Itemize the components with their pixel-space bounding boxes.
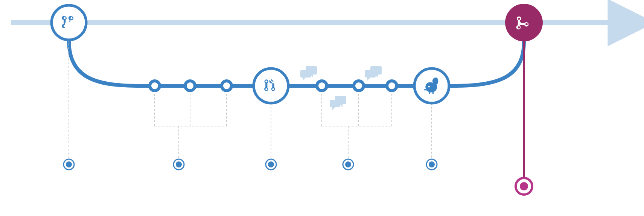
svg-rect-5 <box>335 96 346 104</box>
commit-dot <box>150 81 160 91</box>
comment-icon <box>330 96 346 110</box>
commit-dot <box>317 81 327 91</box>
step-indicator <box>266 159 276 170</box>
branch-curve <box>69 40 524 86</box>
commit-dot <box>185 81 195 91</box>
svg-point-7 <box>66 161 72 167</box>
commit-dot <box>387 81 397 91</box>
svg-rect-3 <box>370 66 382 75</box>
merge-node <box>505 4 543 41</box>
step-indicator <box>64 159 74 170</box>
comment-icon <box>365 66 382 81</box>
svg-point-17 <box>520 182 528 190</box>
commit-dot <box>222 81 231 91</box>
branch-node <box>52 5 86 40</box>
svg-rect-1 <box>306 66 317 75</box>
step-indicator <box>343 159 353 170</box>
commit-dot <box>354 81 364 91</box>
step-indicator <box>174 159 184 170</box>
svg-point-9 <box>176 161 182 167</box>
comment-icon <box>300 66 317 81</box>
step-indicator <box>426 159 437 170</box>
pr-node <box>254 68 288 103</box>
svg-point-15 <box>429 161 435 167</box>
svg-point-13 <box>345 161 351 167</box>
svg-point-11 <box>268 161 274 167</box>
merge-step-indicator <box>516 178 532 195</box>
